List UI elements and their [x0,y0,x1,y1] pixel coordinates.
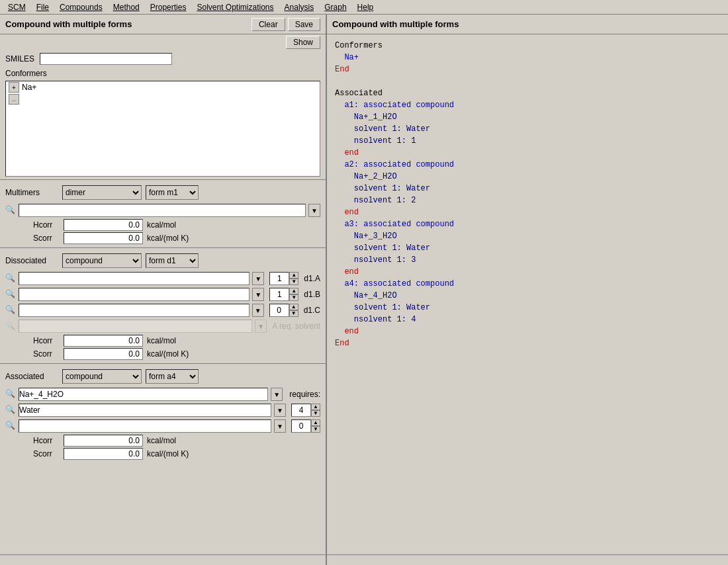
dissociated-hcorr-input[interactable] [64,335,143,347]
multimers-dropdown-arrow[interactable]: ▼ [308,204,320,217]
code-line: End [335,337,720,349]
dissociated-spinner-up-c[interactable]: ▲ [289,304,298,310]
dissociated-scorr-label: Scorr [33,349,60,359]
dissociated-dropdown-b[interactable]: ▼ [252,288,264,301]
menu-compounds[interactable]: Compounds [54,1,108,13]
associated-search-input-1[interactable] [19,388,268,401]
multimers-type-select[interactable]: dimer [62,185,142,200]
dissociated-scorr-input[interactable] [64,348,143,360]
associated-form-select[interactable]: form a4 [146,369,199,384]
code-line: a3: associated compound [335,218,720,230]
smiles-input[interactable] [40,53,172,65]
associated-search-input-2[interactable] [19,404,271,417]
code-line: solvent 1: Water [335,242,720,254]
multimers-hcorr-unit: kcal/mol [147,220,176,230]
conformer-plus-button[interactable]: + [9,82,19,93]
multimers-scorr-row: Scorr kcal/(mol K) [0,232,326,245]
menu-scm[interactable]: SCM [3,1,31,13]
associated-spinner-up-3[interactable]: ▲ [311,419,320,426]
show-button[interactable]: Show [286,36,320,49]
multimers-search-icon[interactable]: 🔍 [5,205,16,216]
dissociated-dropdown-a[interactable]: ▼ [252,272,264,285]
associated-scorr-input[interactable] [64,448,143,460]
code-line: Na+ [335,52,720,64]
dissociated-spinner-up-b[interactable]: ▲ [289,288,298,294]
associated-spinner-input-3[interactable] [291,419,311,433]
dissociated-spinner-input-a[interactable] [269,272,289,285]
clear-button[interactable]: Clear [251,18,285,31]
dissociated-search-icon-b[interactable]: 🔍 [5,289,16,300]
associated-hcorr-unit: kcal/mol [147,436,176,445]
multimers-hcorr-input[interactable] [64,219,143,231]
multimers-search-row: 🔍 ▼ [0,202,326,218]
associated-spinner-down-3[interactable]: ▼ [311,426,320,433]
dissociated-suffix-b: d1.B [304,290,320,299]
dissociated-spinner-down-a[interactable]: ▼ [289,279,298,285]
dissociated-form-select[interactable]: form d1 [146,253,199,268]
code-line: nsolvent 1: 2 [335,195,720,206]
dissociated-spinner-input-c[interactable] [269,304,289,317]
code-line: a4: associated compound [335,278,720,290]
right-panel-bottom-scroll[interactable] [327,554,728,565]
dissociated-search-input-c[interactable] [19,304,250,317]
dissociated-row: Dissociated compound form d1 [0,251,326,271]
right-panel-title: Compound with multiple forms [332,19,459,29]
associated-dropdown-1[interactable]: ▼ [271,388,283,401]
associated-search-icon-3[interactable]: 🔍 [5,421,16,431]
multimers-row: Multimers dimer form m1 [0,183,326,202]
left-panel-title: Compound with multiple forms [5,19,132,29]
dissociated-spinner-input-b[interactable] [269,288,289,301]
dissociated-row-a: 🔍 ▼ ▲ ▼ d1.A [0,271,326,286]
associated-spinner-3: ▲ ▼ [291,419,320,433]
associated-hcorr-label: Hcorr [33,436,60,445]
dissociated-spinner-down-b[interactable]: ▼ [289,294,298,301]
multimers-form-select[interactable]: form m1 [146,185,199,200]
associated-spinner-input-2[interactable] [291,404,311,417]
conformers-box: + Na+ ... [5,81,320,177]
conformer-name: Na+ [22,83,36,92]
associated-search-row-3: 🔍 ▼ ▲ ▼ [0,418,326,434]
associated-dropdown-2[interactable]: ▼ [274,404,286,417]
menu-help[interactable]: Help [352,1,379,13]
associated-spinner-up-2[interactable]: ▲ [311,404,320,410]
associated-search-icon-2[interactable]: 🔍 [5,405,16,415]
dissociated-search-input-a[interactable] [19,272,250,285]
associated-spinner-down-2[interactable]: ▼ [311,410,320,417]
dissociated-hcorr-row: Hcorr kcal/mol [0,334,326,347]
dissociated-spinner-b: ▲ ▼ [269,288,298,301]
code-line: Na+_2_H2O [335,171,720,183]
dissociated-dropdown-c[interactable]: ▼ [252,304,264,317]
dissociated-spinner-down-c[interactable]: ▼ [289,310,298,317]
associated-dropdown-3[interactable]: ▼ [274,419,286,433]
menu-properties[interactable]: Properties [145,1,192,13]
dissociated-search-icon-c[interactable]: 🔍 [5,305,16,316]
left-panel-bottom-scroll[interactable] [0,554,326,565]
associated-scorr-unit: kcal/(mol K) [147,449,189,458]
conformer-dots-button[interactable]: ... [9,94,19,105]
associated-search-icon-1[interactable]: 🔍 [5,389,16,400]
associated-label: Associated [5,372,58,381]
menu-method[interactable]: Method [108,1,145,13]
menu-file[interactable]: File [31,1,54,13]
dissociated-scorr-row: Scorr kcal/(mol K) [0,347,326,361]
conformers-label: Conformers [0,67,326,79]
multimers-search-input[interactable] [19,204,306,217]
right-panel: Compound with multiple forms Conformers … [327,15,728,565]
smiles-label: SMILES [5,54,34,64]
dissociated-search-icon-a[interactable]: 🔍 [5,273,16,284]
associated-type-select[interactable]: compound [62,369,142,384]
associated-hcorr-input[interactable] [64,435,143,447]
associated-search-input-3[interactable] [19,419,271,433]
save-button[interactable]: Save [288,18,320,31]
dissociated-spinner-up-a[interactable]: ▲ [289,272,298,279]
dissociated-type-select[interactable]: compound [62,253,142,268]
dissociated-req-solvent-label: A req. solvent [272,322,320,331]
multimers-scorr-input[interactable] [64,232,143,244]
dissociated-scorr-unit: kcal/(mol K) [147,349,189,359]
dissociated-search-input-b[interactable] [19,288,250,301]
smiles-row: SMILES [0,50,326,67]
menu-graph[interactable]: Graph [319,1,351,13]
menu-analysis[interactable]: Analysis [279,1,320,13]
dissociated-row-b: 🔍 ▼ ▲ ▼ d1.B [0,286,326,302]
menu-solvent-opt[interactable]: Solvent Optimizations [191,1,279,13]
